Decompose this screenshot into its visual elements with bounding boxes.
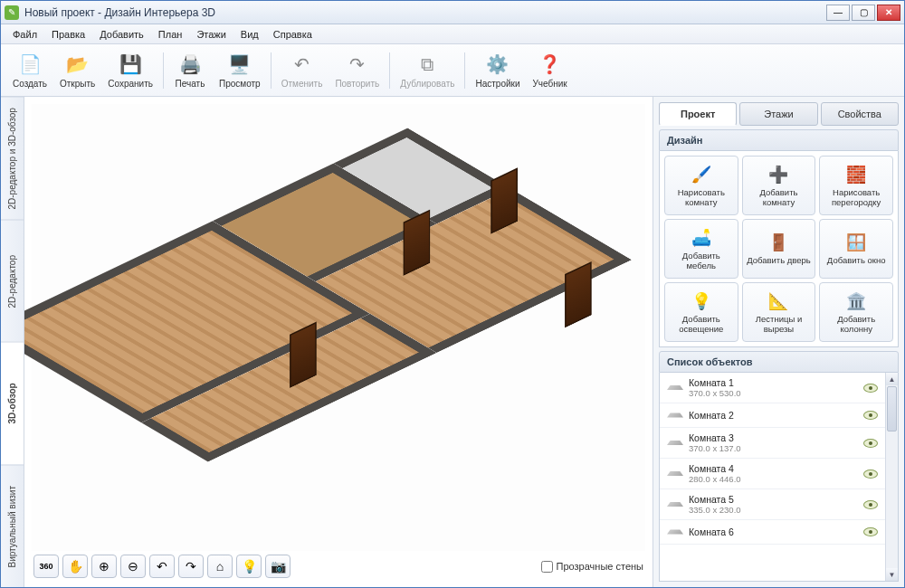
maximize-button[interactable]: ▢: [852, 5, 875, 21]
view-zoomout-button[interactable]: ⊖: [120, 555, 146, 578]
right-panel: ПроектЭтажиСвойства Дизайн 🖌️Нарисовать …: [653, 97, 904, 587]
transparent-walls-checkbox[interactable]: Прозрачные стены: [541, 561, 643, 573]
stairs-icon: 📐: [768, 291, 788, 311]
create-label: Создать: [13, 79, 47, 89]
menu-правка[interactable]: Правка: [45, 27, 91, 42]
design-header: Дизайн: [659, 129, 899, 151]
object-row[interactable]: Комната 6: [660, 520, 885, 545]
settings-button[interactable]: ⚙️Настройки: [469, 49, 526, 91]
objects-list[interactable]: Комната 1370.0 x 530.0Комната 2Комната 3…: [660, 373, 885, 581]
object-name: Комната 4: [689, 463, 858, 474]
door-3d: [404, 210, 431, 277]
tool-add-window[interactable]: 🪟Добавить окно: [819, 219, 893, 279]
duplicate-label: Дублировать: [400, 79, 454, 89]
panel-tab-props[interactable]: Свойства: [821, 102, 899, 126]
object-dimensions: 280.0 x 446.0: [689, 474, 858, 484]
view-rotr-button[interactable]: ↷: [178, 555, 204, 578]
menu-файл[interactable]: Файл: [6, 27, 43, 42]
view-light-button[interactable]: 💡: [236, 555, 262, 578]
view-rotl-button[interactable]: ↶: [149, 555, 175, 578]
door-3d: [565, 261, 592, 328]
object-row[interactable]: Комната 4280.0 x 446.0: [660, 459, 885, 489]
panel-tab-project[interactable]: Проект: [659, 102, 737, 126]
tool-add-light[interactable]: 💡Добавить освещение: [664, 282, 738, 342]
tool-stairs[interactable]: 📐Лестницы и вырезы: [742, 282, 816, 342]
view-home-button[interactable]: ⌂: [207, 555, 233, 578]
object-row[interactable]: Комната 3370.0 x 137.0: [660, 428, 885, 459]
minimize-button[interactable]: —: [826, 5, 850, 21]
add-window-icon: 🪟: [846, 232, 866, 252]
settings-label: Настройки: [475, 79, 519, 89]
visibility-eye-icon[interactable]: [863, 469, 878, 479]
door-3d: [290, 322, 317, 389]
window-title: Новый проект - Дизайн Интерьера 3D: [24, 6, 826, 19]
toolbar-separator: [271, 52, 272, 89]
menu-этажи[interactable]: Этажи: [190, 27, 232, 42]
left-tab-virtual[interactable]: Виртуальный визит: [1, 465, 24, 588]
3d-canvas[interactable]: [32, 104, 645, 551]
draw-room-icon: 🖌️: [691, 165, 711, 185]
objects-scrollbar[interactable]: ▲ ▼: [885, 373, 898, 581]
left-tab-3d[interactable]: 3D-обзор: [1, 342, 24, 465]
tutorial-button[interactable]: ❓Учебник: [527, 49, 574, 91]
view-zoomin-button[interactable]: ⊕: [91, 555, 117, 578]
print-button[interactable]: 🖨️Печать: [167, 49, 213, 91]
open-button[interactable]: 📂Открыть: [53, 49, 101, 91]
visibility-eye-icon[interactable]: [863, 384, 878, 393]
tool-draw-partition[interactable]: 🧱Нарисовать перегородку: [819, 156, 893, 215]
view-pan-button[interactable]: ✋: [62, 555, 88, 578]
left-tab-2d3d[interactable]: 2D-редактор и 3D-обзор: [1, 97, 24, 220]
room-icon: [667, 408, 683, 422]
content-area: 2D-редактор и 3D-обзор2D-редактор3D-обзо…: [1, 97, 904, 587]
menu-вид[interactable]: Вид: [234, 27, 265, 42]
scroll-up-button[interactable]: ▲: [886, 373, 898, 385]
object-row[interactable]: Комната 5335.0 x 230.0: [660, 489, 885, 520]
scroll-thumb[interactable]: [887, 386, 897, 432]
print-icon: 🖨️: [177, 52, 203, 77]
visibility-eye-icon[interactable]: [863, 439, 878, 448]
tool-add-room[interactable]: ➕Добавить комнату: [742, 156, 816, 215]
draw-room-label: Нарисовать комнату: [667, 187, 736, 207]
visibility-eye-icon[interactable]: [863, 527, 878, 536]
panel-tab-floors[interactable]: Этажи: [739, 102, 817, 126]
scroll-down-button[interactable]: ▼: [886, 568, 898, 581]
save-button[interactable]: 💾Сохранить: [101, 49, 159, 91]
viewport[interactable]: 360✋⊕⊖↶↷⌂💡📷 Прозрачные стены: [24, 97, 653, 587]
redo-icon: ↷: [345, 52, 370, 77]
visibility-eye-icon[interactable]: [863, 500, 878, 509]
right-panel-tabs: ПроектЭтажиСвойства: [659, 102, 899, 126]
menu-добавить[interactable]: Добавить: [93, 27, 150, 42]
window-controls: — ▢ ✕: [826, 5, 900, 21]
left-tabstrip: 2D-редактор и 3D-обзор2D-редактор3D-обзо…: [1, 97, 24, 587]
preview-button[interactable]: 🖥️Просмотр: [213, 49, 267, 91]
view-toolbar: 360✋⊕⊖↶↷⌂💡📷 Прозрачные стены: [33, 553, 643, 580]
object-row[interactable]: Комната 1370.0 x 530.0: [660, 373, 885, 403]
app-icon: ✎: [5, 5, 19, 20]
toolbar-separator: [389, 52, 390, 89]
main-toolbar: 📄Создать📂Открыть💾Сохранить🖨️Печать🖥️Прос…: [1, 44, 904, 97]
toolbar-separator: [163, 52, 164, 89]
design-tools-grid: 🖌️Нарисовать комнату➕Добавить комнату🧱На…: [659, 151, 899, 347]
redo-button: ↷Повторить: [329, 49, 386, 91]
visibility-eye-icon[interactable]: [863, 411, 878, 420]
create-button[interactable]: 📄Создать: [6, 49, 53, 91]
undo-label: Отменить: [281, 79, 323, 89]
view-shot-button[interactable]: 📷: [265, 555, 291, 578]
transparent-walls-input[interactable]: [541, 561, 553, 573]
tool-add-door[interactable]: 🚪Добавить дверь: [742, 219, 816, 279]
save-icon: 💾: [118, 52, 143, 77]
add-window-label: Добавить окно: [827, 255, 886, 265]
add-furniture-icon: 🛋️: [691, 228, 711, 248]
door-3d: [491, 168, 518, 235]
tool-add-column[interactable]: 🏛️Добавить колонну: [819, 282, 893, 342]
tool-add-furniture[interactable]: 🛋️Добавить мебель: [664, 219, 738, 279]
print-label: Печать: [176, 79, 205, 89]
menu-план[interactable]: План: [152, 27, 189, 42]
object-row[interactable]: Комната 2: [660, 403, 885, 428]
close-button[interactable]: ✕: [877, 5, 900, 21]
room-icon: [667, 467, 683, 481]
tool-draw-room[interactable]: 🖌️Нарисовать комнату: [664, 156, 738, 215]
menu-справка[interactable]: Справка: [267, 27, 319, 42]
left-tab-2d[interactable]: 2D-редактор: [1, 220, 24, 343]
view-rot360-button[interactable]: 360: [33, 555, 59, 578]
